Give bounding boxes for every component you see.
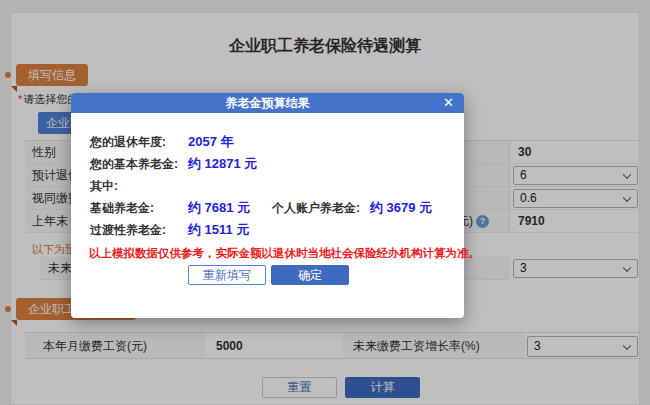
personal-account-value: 约 3679 元 <box>370 199 432 217</box>
confirm-button[interactable]: 确定 <box>271 265 349 285</box>
modal-header: 养老金预算结果 ✕ <box>71 93 464 113</box>
basic-pension-value: 约 12871 元 <box>188 155 257 173</box>
modal-title: 养老金预算结果 <box>71 93 464 113</box>
pension-result-modal: 养老金预算结果 ✕ 您的退休年度: 2057 年 您的基本养老金: 约 1287… <box>71 93 464 318</box>
base-pension-value: 约 7681 元 <box>188 199 250 217</box>
retirement-year-value: 2057 年 <box>188 133 234 151</box>
among-which-label: 其中: <box>90 178 118 195</box>
retirement-year-label: 您的退休年度: <box>90 134 166 151</box>
personal-account-label: 个人账户养老金: <box>272 200 360 217</box>
basic-pension-label: 您的基本养老金: <box>90 156 178 173</box>
base-pension-label: 基础养老金: <box>90 200 154 217</box>
transitional-pension-value: 约 1511 元 <box>188 221 249 239</box>
disclaimer-text: 以上模拟数据仅供参考，实际金额以退休时当地社会保险经办机构计算为准。 <box>89 246 454 261</box>
close-icon[interactable]: ✕ <box>443 93 454 113</box>
transitional-pension-label: 过渡性养老金: <box>90 222 166 239</box>
refill-button[interactable]: 重新填写 <box>188 265 266 285</box>
